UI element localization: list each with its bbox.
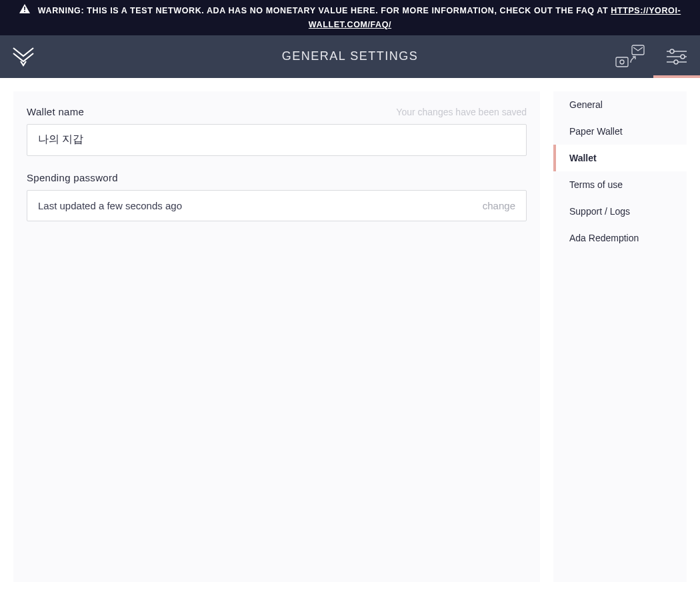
sidebar-item-wallet[interactable]: Wallet — [553, 145, 687, 171]
change-password-button[interactable]: change — [483, 200, 515, 211]
svg-rect-0 — [24, 7, 25, 10]
sidebar-item-ada-redemption[interactable]: Ada Redemption — [553, 225, 687, 251]
sidebar-item-support-logs[interactable]: Support / Logs — [553, 198, 687, 225]
sidebar-item-label: Paper Wallet — [569, 126, 623, 137]
sidebar-item-label: Wallet — [569, 153, 597, 163]
svg-point-6 — [670, 49, 674, 53]
saved-message: Your changes have been saved — [396, 107, 527, 117]
svg-rect-3 — [616, 57, 628, 67]
spending-password-label: Spending password — [27, 172, 118, 183]
svg-point-4 — [620, 60, 624, 64]
sidebar-item-paper-wallet[interactable]: Paper Wallet — [553, 118, 687, 145]
sidebar-item-label: Support / Logs — [569, 206, 630, 217]
warning-icon — [19, 4, 30, 17]
sidebar-item-terms-of-use[interactable]: Terms of use — [553, 171, 687, 198]
navbar: GENERAL SETTINGS — [0, 35, 700, 78]
sidebar-item-label: General — [569, 99, 603, 110]
svg-point-10 — [674, 60, 678, 64]
wallet-name-label: Wallet name — [27, 106, 84, 117]
yoroi-logo[interactable] — [0, 35, 47, 78]
spending-password-row: Last updated a few seconds ago change — [27, 190, 527, 221]
sidebar-item-label: Ada Redemption — [569, 233, 639, 243]
wallet-name-input[interactable] — [27, 124, 527, 156]
sidebar-item-general[interactable]: General — [553, 91, 687, 118]
sidebar-item-label: Terms of use — [569, 179, 623, 190]
page-title: GENERAL SETTINGS — [0, 49, 700, 63]
svg-point-8 — [681, 55, 685, 59]
warning-text: WARNING: THIS IS A TEST NETWORK. ADA HAS… — [38, 6, 611, 15]
settings-side-nav: General Paper Wallet Wallet Terms of use… — [553, 91, 687, 582]
wallet-nav-button[interactable] — [607, 35, 653, 78]
settings-main-panel: Wallet name Your changes have been saved… — [13, 91, 540, 582]
spending-password-status: Last updated a few seconds ago — [38, 200, 182, 211]
svg-rect-1 — [24, 11, 25, 12]
warning-banner: WARNING: THIS IS A TEST NETWORK. ADA HAS… — [0, 0, 700, 35]
settings-nav-button[interactable] — [653, 35, 700, 78]
svg-rect-2 — [632, 45, 644, 55]
